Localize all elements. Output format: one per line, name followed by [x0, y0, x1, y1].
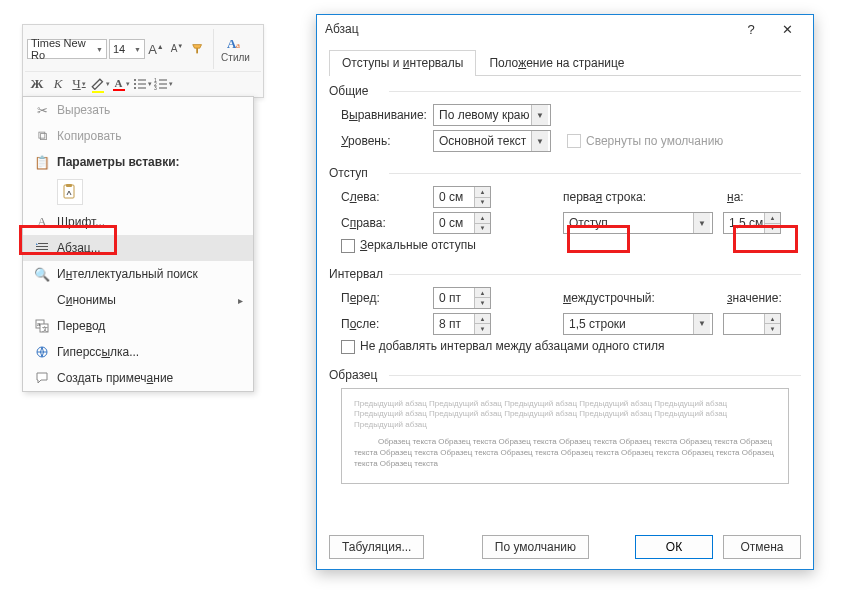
ctx-paragraph[interactable]: Абзац...: [23, 235, 253, 261]
group-general: Общие: [329, 84, 801, 98]
ctx-paste-options: [23, 175, 253, 209]
by-spinner[interactable]: 1,5 см ▲▼: [723, 212, 781, 234]
line-label: междустрочный:: [563, 291, 683, 305]
indent-left-spinner[interactable]: 0 см ▲▼: [433, 186, 491, 208]
group-indent: Отступ: [329, 166, 801, 180]
svg-rect-20: [36, 252, 44, 253]
ctx-translate[interactable]: a文 Перевод: [23, 313, 253, 339]
grow-font-button[interactable]: A▲: [146, 39, 166, 59]
font-name-value: Times New Ro: [31, 37, 96, 61]
chevron-down-icon: ▼: [693, 213, 710, 233]
dialog-buttons: Табуляция... По умолчанию ОК Отмена: [317, 525, 813, 569]
font-size-value: 14: [113, 43, 125, 55]
svg-rect-16: [66, 184, 72, 187]
level-combo[interactable]: Основной текст ▼: [433, 130, 551, 152]
before-label: Перед:: [341, 291, 427, 305]
copy-icon: ⧉: [31, 128, 53, 144]
after-spinner[interactable]: 8 пт ▲▼: [433, 313, 491, 335]
mirror-checkbox[interactable]: Зеркальные отступы: [341, 238, 476, 253]
preview-pane: Предыдущий абзац Предыдущий абзац Предыд…: [341, 388, 789, 484]
nosame-checkbox[interactable]: Не добавлять интервал между абзацами одн…: [341, 339, 665, 354]
svg-rect-19: [36, 249, 48, 250]
chevron-down-icon: ▼: [96, 46, 103, 53]
tab-indents[interactable]: Отступы и интервалы: [329, 50, 476, 76]
group-preview: Образец: [329, 368, 801, 382]
highlight-color-button[interactable]: ▾: [90, 74, 110, 94]
clipboard-icon: 📋: [31, 155, 53, 170]
mini-toolbar: Times New Ro ▼ 14 ▼ A▲ A▼ Aa Стили Ж К Ч…: [22, 24, 264, 98]
shrink-font-button[interactable]: A▼: [167, 39, 187, 59]
default-button[interactable]: По умолчанию: [482, 535, 589, 559]
ctx-cut[interactable]: ✂ Вырезать: [23, 97, 253, 123]
ctx-synonyms[interactable]: Синонимы: [23, 287, 253, 313]
svg-rect-6: [138, 84, 146, 85]
at-label: значение:: [727, 291, 782, 305]
link-icon: [31, 345, 53, 359]
ctx-new-comment[interactable]: Создать примечание: [23, 365, 253, 391]
paragraph-dialog: Абзац ? ✕ Отступы и интервалы Положение …: [316, 14, 814, 570]
svg-rect-17: [38, 243, 48, 244]
svg-rect-12: [159, 84, 167, 85]
bold-button[interactable]: Ж: [27, 74, 47, 94]
chevron-down-icon: ▼: [531, 131, 548, 151]
close-button[interactable]: ✕: [769, 15, 805, 43]
alignment-combo[interactable]: По левому краю ▼: [433, 104, 551, 126]
svg-text:a: a: [236, 40, 240, 50]
svg-rect-18: [36, 246, 48, 247]
chevron-down-icon: ▼: [693, 314, 710, 334]
svg-point-5: [134, 83, 136, 85]
ctx-copy[interactable]: ⧉ Копировать: [23, 123, 253, 149]
underline-button[interactable]: Ч▾: [69, 74, 89, 94]
titlebar: Абзац ? ✕: [317, 15, 813, 43]
svg-rect-14: [159, 88, 167, 89]
comment-icon: [31, 371, 53, 385]
translate-icon: a文: [31, 319, 53, 333]
help-button[interactable]: ?: [733, 15, 769, 43]
collapsed-checkbox: Свернуты по умолчанию: [567, 134, 723, 149]
dialog-tabs: Отступы и интервалы Положение на страниц…: [329, 49, 801, 76]
svg-point-3: [134, 79, 136, 81]
firstline-label: первая строка:: [563, 190, 683, 204]
bullets-button[interactable]: ▾: [132, 74, 152, 94]
svg-rect-4: [138, 80, 146, 81]
styles-label: Стили: [221, 52, 250, 63]
paragraph-icon: [31, 241, 53, 255]
before-spinner[interactable]: 0 пт ▲▼: [433, 287, 491, 309]
font-size-combo[interactable]: 14 ▼: [109, 39, 145, 59]
font-name-combo[interactable]: Times New Ro ▼: [27, 39, 107, 59]
search-icon: 🔍: [31, 267, 53, 282]
styles-button[interactable]: Aa Стили: [213, 29, 253, 69]
svg-rect-0: [196, 48, 198, 53]
numbering-button[interactable]: 123▾: [153, 74, 173, 94]
by-label: на:: [727, 190, 744, 204]
tabs-button[interactable]: Табуляция...: [329, 535, 424, 559]
indent-left-label: Слева:: [341, 190, 427, 204]
paste-keep-source-button[interactable]: [57, 179, 83, 205]
context-menu: ✂ Вырезать ⧉ Копировать 📋 Параметры вста…: [22, 96, 254, 392]
after-label: После:: [341, 317, 427, 331]
line-spacing-combo[interactable]: 1,5 строки ▼: [563, 313, 713, 335]
chevron-down-icon: ▼: [531, 105, 548, 125]
group-spacing: Интервал: [329, 267, 801, 281]
indent-right-label: Справа:: [341, 216, 427, 230]
svg-rect-8: [138, 88, 146, 89]
ctx-hyperlink[interactable]: Гиперссылка...: [23, 339, 253, 365]
svg-point-7: [134, 87, 136, 89]
svg-text:文: 文: [42, 325, 48, 332]
svg-text:3: 3: [154, 85, 157, 91]
cancel-button[interactable]: Отмена: [723, 535, 801, 559]
ok-button[interactable]: ОК: [635, 535, 713, 559]
firstline-combo[interactable]: Отступ ▼: [563, 212, 713, 234]
ctx-font[interactable]: A Шрифт...: [23, 209, 253, 235]
alignment-label: Выравнивание:: [341, 108, 427, 122]
ctx-paste-header: 📋 Параметры вставки:: [23, 149, 253, 175]
at-spinner[interactable]: ▲▼: [723, 313, 781, 335]
dialog-title: Абзац: [325, 22, 733, 36]
format-painter-button[interactable]: [188, 39, 208, 59]
italic-button[interactable]: К: [48, 74, 68, 94]
indent-right-spinner[interactable]: 0 см ▲▼: [433, 212, 491, 234]
font-icon: A: [31, 214, 53, 230]
ctx-smart-lookup[interactable]: 🔍 Интеллектуальный поиск: [23, 261, 253, 287]
tab-page[interactable]: Положение на странице: [476, 50, 637, 76]
font-color-button[interactable]: A ▾: [111, 74, 131, 94]
